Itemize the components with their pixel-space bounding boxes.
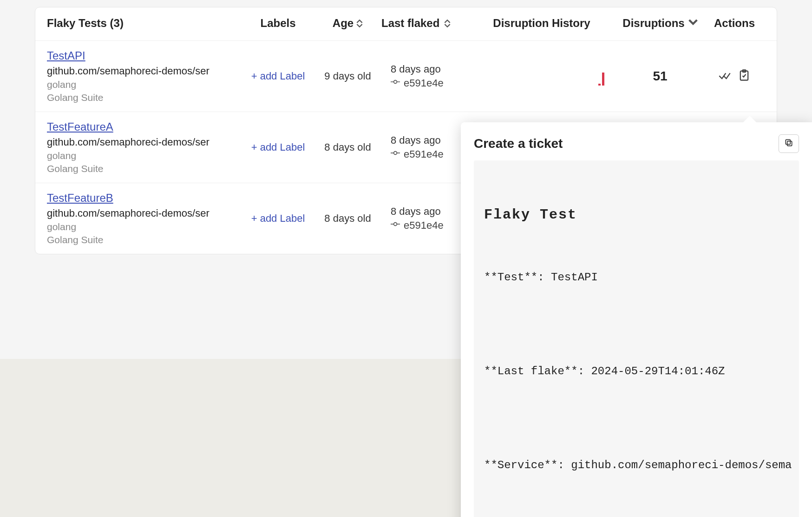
test-suite: Golang Suite bbox=[47, 163, 242, 174]
md-line-test: **Test**: TestAPI bbox=[484, 269, 789, 286]
commit-hash[interactable]: e591e4e bbox=[404, 77, 444, 89]
test-lang: golang bbox=[47, 79, 242, 90]
commit-icon bbox=[391, 219, 400, 232]
chevron-down-icon[interactable] bbox=[688, 17, 698, 30]
copy-icon bbox=[784, 138, 793, 149]
column-disruptions[interactable]: Disruptions bbox=[614, 17, 707, 30]
svg-point-5 bbox=[394, 151, 397, 154]
add-label-button[interactable]: + add Label bbox=[251, 141, 305, 153]
test-name-link[interactable]: TestFeatureA bbox=[47, 120, 113, 133]
column-disruption-history[interactable]: Disruption History bbox=[470, 17, 614, 30]
md-line-last-flake: **Last flake**: 2024-05-29T14:01:46Z bbox=[484, 363, 789, 380]
table-row: TestAPIgithub.com/semaphoreci-demos/serg… bbox=[35, 41, 777, 112]
copy-button[interactable] bbox=[779, 134, 799, 153]
column-disruptions-label: Disruptions bbox=[622, 17, 684, 30]
test-name-link[interactable]: TestFeatureB bbox=[47, 192, 113, 205]
column-last-flaked-label: Last flaked bbox=[381, 17, 439, 30]
last-flaked-age: 8 days ago bbox=[391, 205, 441, 218]
column-age[interactable]: Age bbox=[314, 17, 381, 30]
test-path: github.com/semaphoreci-demos/ser bbox=[47, 136, 233, 148]
test-suite: Golang Suite bbox=[47, 92, 242, 103]
popover-title: Create a ticket bbox=[474, 136, 563, 151]
svg-point-10 bbox=[394, 222, 397, 225]
commit-hash[interactable]: e591e4e bbox=[404, 219, 444, 232]
age-text: 8 days old bbox=[324, 141, 371, 153]
svg-point-0 bbox=[394, 80, 397, 83]
commit-hash[interactable]: e591e4e bbox=[404, 148, 444, 160]
test-suite: Golang Suite bbox=[47, 234, 242, 245]
markdown-block: Flaky Test **Test**: TestAPI **Last flak… bbox=[474, 160, 799, 517]
last-flaked-age: 8 days ago bbox=[391, 63, 441, 75]
clipboard-check-icon[interactable] bbox=[738, 69, 751, 84]
svg-rect-16 bbox=[786, 139, 790, 144]
column-actions: Actions bbox=[707, 17, 762, 30]
page-title: Flaky Tests (3) bbox=[47, 17, 242, 30]
test-path: github.com/semaphoreci-demos/ser bbox=[47, 65, 233, 77]
test-path: github.com/semaphoreci-demos/ser bbox=[47, 207, 233, 219]
test-name-link[interactable]: TestAPI bbox=[47, 49, 85, 62]
column-labels[interactable]: Labels bbox=[242, 17, 314, 30]
commit-icon bbox=[391, 148, 400, 160]
create-ticket-popover: Create a ticket Flaky Test **Test**: Tes… bbox=[461, 122, 812, 517]
md-heading: Flaky Test bbox=[484, 204, 789, 226]
column-last-flaked[interactable]: Last flaked bbox=[381, 17, 470, 30]
sort-icon[interactable] bbox=[356, 19, 363, 28]
commit-icon bbox=[391, 77, 400, 89]
test-lang: golang bbox=[47, 150, 242, 161]
test-lang: golang bbox=[47, 221, 242, 232]
md-line-service: **Service**: github.com/semaphoreci-demo… bbox=[484, 457, 789, 474]
add-label-button[interactable]: + add Label bbox=[251, 70, 305, 82]
sort-icon[interactable] bbox=[444, 19, 451, 28]
disruption-history-chart bbox=[470, 67, 614, 86]
disruption-count: 51 bbox=[653, 69, 667, 84]
age-text: 9 days old bbox=[324, 70, 371, 82]
table-header-row: Flaky Tests (3) Labels Age Last flaked D… bbox=[35, 7, 777, 41]
resolve-icon[interactable] bbox=[718, 69, 731, 84]
svg-rect-15 bbox=[787, 141, 792, 146]
age-text: 8 days old bbox=[324, 212, 371, 225]
add-label-button[interactable]: + add Label bbox=[251, 212, 305, 224]
column-age-label: Age bbox=[333, 17, 354, 30]
last-flaked-age: 8 days ago bbox=[391, 134, 441, 146]
